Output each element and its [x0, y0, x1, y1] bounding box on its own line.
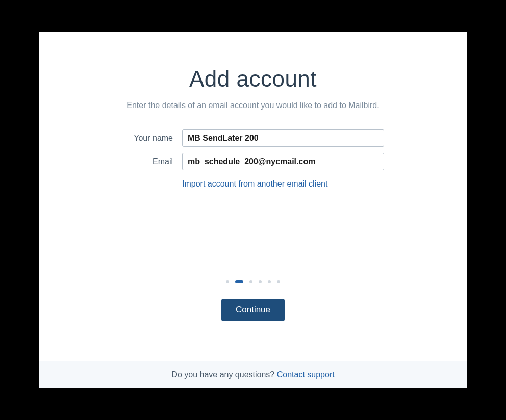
- progress-dots: [226, 280, 280, 283]
- add-account-window: Add account Enter the details of an emai…: [39, 32, 467, 388]
- email-input[interactable]: [182, 153, 384, 170]
- name-input[interactable]: [182, 129, 384, 147]
- footer: Do you have any questions? Contact suppo…: [39, 361, 467, 388]
- progress-dot-5: [268, 280, 271, 283]
- continue-button[interactable]: Continue: [221, 299, 285, 321]
- page-subtitle: Enter the details of an email account yo…: [127, 101, 379, 110]
- progress-dot-4: [259, 280, 262, 283]
- footer-question: Do you have any questions?: [171, 370, 276, 379]
- progress-dot-2: [235, 280, 243, 283]
- account-form: Your name Email Import account from anot…: [122, 129, 384, 189]
- main-content: Add account Enter the details of an emai…: [39, 32, 467, 361]
- name-label: Your name: [122, 134, 173, 143]
- email-row: Email: [122, 153, 384, 170]
- contact-support-link[interactable]: Contact support: [277, 370, 335, 379]
- import-account-link[interactable]: Import account from another email client: [182, 179, 327, 189]
- progress-dot-3: [249, 280, 252, 283]
- email-label: Email: [122, 157, 173, 166]
- progress-dot-6: [277, 280, 280, 283]
- page-title: Add account: [189, 66, 317, 92]
- progress-dot-1: [226, 280, 229, 283]
- import-link-row: Import account from another email client: [122, 179, 384, 189]
- name-row: Your name: [122, 129, 384, 147]
